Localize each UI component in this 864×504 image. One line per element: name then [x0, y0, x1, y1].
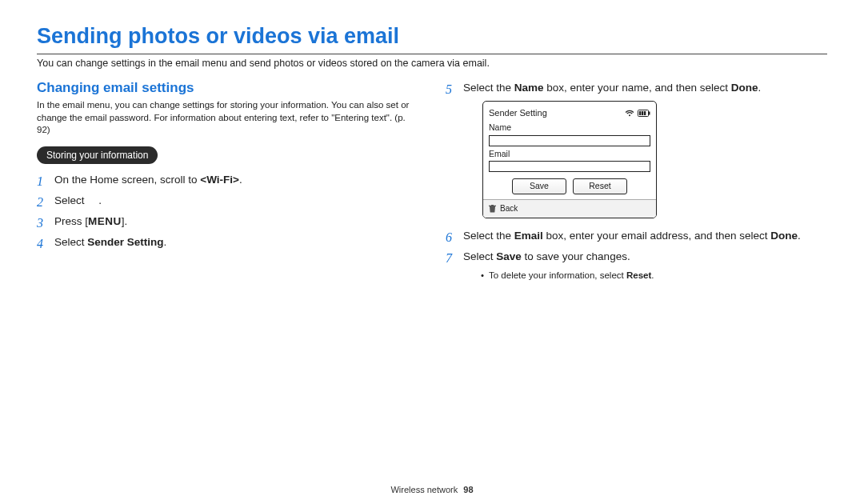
step-text: .	[164, 236, 167, 248]
step-text: to save your changes.	[522, 250, 630, 262]
right-column: Select the Name box, enter your name, an…	[446, 80, 827, 287]
device-reset-button[interactable]: Reset	[573, 178, 627, 194]
sender-setting-label: Sender Setting	[87, 236, 163, 248]
step-text: .	[239, 174, 242, 186]
step-1: On the Home screen, scroll to <Wi-Fi>.	[37, 172, 418, 188]
trash-icon	[489, 205, 496, 213]
step-text: Select	[54, 194, 87, 206]
menu-button-label: MENU	[88, 215, 122, 227]
step-text: Press [	[54, 215, 88, 227]
email-box-label: Email	[514, 230, 543, 242]
device-screen-title: Sender Setting	[489, 106, 547, 120]
device-footer: Back	[483, 199, 656, 218]
step-text: .	[758, 82, 761, 94]
note-reset: To delete your information, select Reset…	[481, 269, 827, 282]
step-4: Select Sender Setting.	[37, 234, 418, 250]
done-label: Done	[770, 230, 798, 242]
step-text: box, enter your email address, and then …	[543, 230, 770, 242]
intro-text: You can change settings in the email men…	[37, 58, 827, 69]
device-header: Sender Setting	[489, 106, 650, 120]
left-column: Changing email settings In the email men…	[37, 80, 418, 287]
page-title: Sending photos or videos via email	[37, 24, 827, 49]
svg-rect-4	[644, 111, 646, 115]
wifi-icon	[625, 110, 634, 117]
svg-rect-1	[649, 112, 650, 115]
step-text: ].	[122, 215, 128, 227]
footer-section: Wireless network	[390, 485, 458, 494]
step-text: box, enter your name, and then select	[544, 82, 731, 94]
step-text: .	[798, 230, 801, 242]
note-text: To delete your information, select	[489, 270, 626, 280]
step-3: Press [MENU].	[37, 214, 418, 230]
battery-icon	[638, 110, 650, 117]
two-column-layout: Changing email settings In the email men…	[37, 80, 827, 287]
device-screenshot: Sender Setting Name	[482, 101, 657, 218]
note-text: .	[651, 270, 654, 280]
section-desc: In the email menu, you can change settin…	[37, 99, 418, 137]
svg-rect-2	[639, 111, 641, 115]
manual-page: Sending photos or videos via email You c…	[0, 0, 864, 504]
device-name-label: Name	[489, 122, 650, 134]
step-6: Select the Email box, enter your email a…	[446, 228, 827, 244]
done-label: Done	[731, 82, 758, 94]
step-text: Select	[463, 250, 496, 262]
steps-left: On the Home screen, scroll to <Wi-Fi>. S…	[37, 172, 418, 251]
device-email-label: Email	[489, 148, 650, 161]
name-box-label: Name	[514, 82, 544, 94]
status-icons	[625, 110, 650, 117]
page-footer: Wireless network 98	[0, 485, 864, 494]
step-text: Select	[54, 236, 87, 248]
device-save-button[interactable]: Save	[512, 178, 566, 194]
section-subhead: Changing email settings	[37, 80, 418, 96]
wifi-target: <Wi-Fi>	[200, 174, 239, 186]
step-text: Select the	[463, 230, 514, 242]
step-text: Select the	[463, 82, 514, 94]
title-rule	[37, 54, 827, 54]
device-button-row: Save Reset	[489, 178, 650, 194]
topic-pill: Storing your information	[37, 146, 158, 164]
step-text: On the Home screen, scroll to	[54, 174, 200, 186]
device-email-input[interactable]	[489, 161, 650, 172]
device-back-label[interactable]: Back	[500, 202, 518, 214]
reset-label: Reset	[626, 270, 651, 280]
steps-right: Select the Name box, enter your name, an…	[446, 80, 827, 282]
svg-rect-3	[642, 111, 643, 115]
save-label: Save	[496, 250, 522, 262]
step-5: Select the Name box, enter your name, an…	[446, 80, 827, 218]
notes-list: To delete your information, select Reset…	[481, 269, 827, 282]
device-name-input[interactable]	[489, 135, 650, 146]
footer-page-number: 98	[463, 485, 473, 494]
step-text: .	[98, 194, 102, 206]
step-7: Select Save to save your changes. To del…	[446, 249, 827, 282]
step-2: Select .	[37, 193, 418, 209]
